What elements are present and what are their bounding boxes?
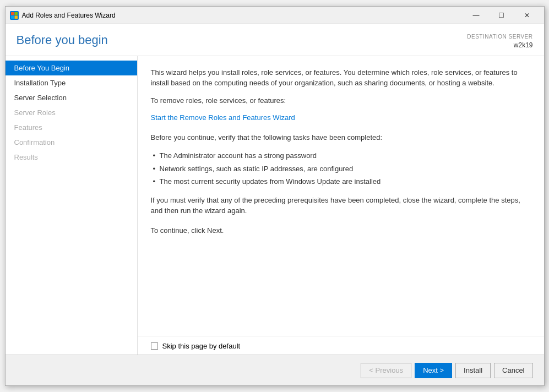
install-button[interactable]: Install: [455, 363, 491, 378]
next-button[interactable]: Next >: [415, 363, 452, 378]
title-bar: Add Roles and Features Wizard — ☐ ✕: [6, 7, 544, 24]
bullet-list: The Administrator account has a strong p…: [151, 149, 531, 188]
previous-button[interactable]: < Previous: [361, 363, 411, 378]
sidebar-item-confirmation: Confirmation: [6, 135, 137, 150]
skip-label[interactable]: Skip this page by default: [162, 342, 241, 350]
title-bar-text: Add Roles and Features Wizard: [22, 12, 464, 19]
close-button[interactable]: ✕: [514, 7, 540, 24]
title-bar-controls: — ☐ ✕: [464, 7, 540, 24]
destination-server: DESTINATION SERVER w2k19: [467, 33, 532, 50]
app-icon: [10, 11, 19, 20]
maximize-button[interactable]: ☐: [489, 7, 514, 24]
intro-paragraph: This wizard helps you install roles, rol…: [151, 67, 531, 89]
destination-label: DESTINATION SERVER: [467, 33, 532, 41]
svg-rect-1: [14, 12, 18, 15]
sidebar-item-server-selection[interactable]: Server Selection: [6, 90, 137, 105]
svg-rect-0: [11, 12, 14, 15]
continue-para: To continue, click Next.: [151, 225, 531, 236]
sidebar-item-before-you-begin[interactable]: Before You Begin: [6, 61, 137, 75]
main-content: Before You Begin Installation Type Serve…: [6, 56, 544, 355]
content-panel: This wizard helps you install roles, rol…: [138, 56, 544, 336]
sidebar: Before You Begin Installation Type Serve…: [6, 56, 138, 355]
remove-para: To remove roles, role services, or featu…: [151, 95, 531, 106]
minimize-button[interactable]: —: [464, 7, 489, 24]
footer: < Previous Next > Install Cancel: [6, 355, 544, 385]
bullet-item-2: Network settings, such as static IP addr…: [151, 162, 531, 176]
svg-rect-3: [14, 15, 18, 19]
remove-roles-link[interactable]: Start the Remove Roles and Features Wiza…: [151, 113, 295, 122]
bullet-item-3: The most current security updates from W…: [151, 175, 531, 188]
sidebar-item-server-roles: Server Roles: [6, 105, 137, 120]
skip-area: Skip this page by default: [138, 336, 544, 355]
wizard-header: Before you begin DESTINATION SERVER w2k1…: [6, 24, 544, 56]
footer-buttons: < Previous Next > Install Cancel: [361, 363, 532, 378]
destination-name: w2k19: [467, 41, 532, 50]
cancel-button[interactable]: Cancel: [494, 363, 532, 378]
remove-link-para: Start the Remove Roles and Features Wiza…: [151, 112, 531, 123]
svg-rect-2: [11, 15, 14, 19]
main-window: Add Roles and Features Wizard — ☐ ✕ Befo…: [5, 6, 545, 386]
verify-para: Before you continue, verify that the fol…: [151, 132, 531, 143]
sidebar-item-installation-type[interactable]: Installation Type: [6, 75, 137, 90]
skip-checkbox[interactable]: [151, 342, 158, 350]
page-title: Before you begin: [17, 33, 108, 47]
prereq-para: If you must verify that any of the prece…: [151, 195, 531, 216]
sidebar-item-features: Features: [6, 120, 137, 135]
bullet-item-1: The Administrator account has a strong p…: [151, 149, 531, 162]
sidebar-item-results: Results: [6, 150, 137, 165]
